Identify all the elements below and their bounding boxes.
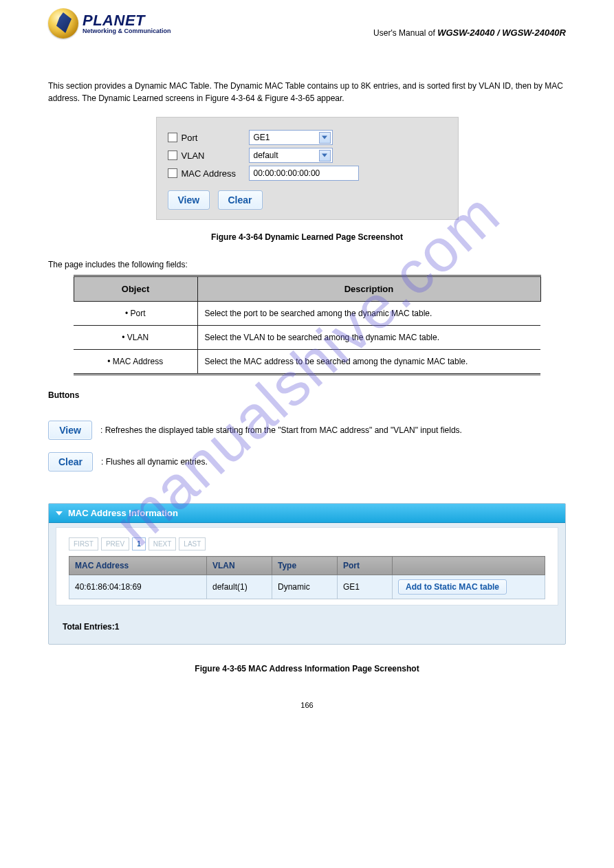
buttons-heading: Buttons <box>48 390 566 400</box>
type-cell: Dynamic <box>272 575 338 599</box>
mac-input-value: 00:00:00:00:00:00 <box>254 168 320 178</box>
pager-first[interactable]: FIRST <box>69 537 98 550</box>
table-row: • VLAN Select the VLAN to be searched am… <box>74 326 540 350</box>
object-col-header: Object <box>74 276 197 302</box>
vlan-checkbox[interactable] <box>168 151 177 160</box>
pager: FIRST PREV 1 NEXT LAST <box>69 537 545 550</box>
chevron-down-icon <box>319 150 331 162</box>
mac-info-header[interactable]: MAC Address Information <box>49 504 565 523</box>
port-checkbox[interactable] <box>168 133 177 142</box>
doc-series-prefix: User's Manual of <box>373 28 435 38</box>
add-to-static-button[interactable]: Add to Static MAC table <box>398 579 507 594</box>
port-cell: GE1 <box>338 575 393 599</box>
view-button-example[interactable]: View <box>48 421 92 440</box>
chevron-down-icon <box>319 132 331 144</box>
vlan-label: VLAN <box>182 151 249 161</box>
desc-cell: Select the MAC address to be searched am… <box>197 350 540 375</box>
type-col-header: Type <box>272 557 338 575</box>
port-col-header: Port <box>338 557 393 575</box>
mac-info-panel: MAC Address Information FIRST PREV 1 NEX… <box>48 503 566 645</box>
brand-name: PLANET <box>83 13 171 28</box>
mac-label: MAC Address <box>182 168 249 179</box>
planet-globe-icon <box>48 8 78 38</box>
object-intro: The page includes the following fields: <box>48 260 566 269</box>
port-label: Port <box>182 133 249 143</box>
desc-cell: Select the port to be searched among the… <box>197 302 540 326</box>
doc-header: User's Manual of WGSW-24040 / WGSW-24040… <box>373 27 566 38</box>
intro-text: This section provides a Dynamic MAC Tabl… <box>48 80 566 104</box>
action-col-header <box>393 557 545 575</box>
table-row: • MAC Address Select the MAC address to … <box>74 350 540 375</box>
description-col-header: Description <box>197 276 540 302</box>
port-select[interactable]: GE1 <box>249 130 333 145</box>
table-row: • Port Select the port to be searched am… <box>74 302 540 326</box>
caret-down-icon <box>56 511 63 515</box>
brand-tagline: Networking & Communication <box>83 28 171 34</box>
figure-caption-2: Figure 4-3-65 MAC Address Information Pa… <box>41 664 573 674</box>
pager-next[interactable]: NEXT <box>149 537 177 550</box>
page-number: 166 <box>41 701 573 709</box>
clear-button-example[interactable]: Clear <box>48 452 93 471</box>
mac-info-title: MAC Address Information <box>68 508 178 518</box>
mac-checkbox[interactable] <box>168 168 177 178</box>
vlan-select[interactable]: default <box>249 148 333 163</box>
vlan-select-value: default <box>254 151 278 160</box>
mac-table: MAC Address VLAN Type Port 40:61:86:04:1… <box>69 556 545 599</box>
table-row: 40:61:86:04:18:69 default(1) Dynamic GE1… <box>69 575 545 599</box>
clear-button[interactable]: Clear <box>218 190 263 210</box>
object-table: Object Description • Port Select the por… <box>74 275 541 375</box>
view-button[interactable]: View <box>168 190 210 210</box>
mac-col-header: MAC Address <box>69 557 207 575</box>
pager-last[interactable]: LAST <box>179 537 206 550</box>
vlan-cell: default(1) <box>207 575 272 599</box>
desc-cell: Select the VLAN to be searched among the… <box>197 326 540 350</box>
figure-caption-1: Figure 4-3-64 Dynamic Learned Page Scree… <box>41 232 573 242</box>
obj-cell: MAC Address <box>113 357 163 366</box>
mac-cell: 40:61:86:04:18:69 <box>69 575 207 599</box>
vlan-col-header: VLAN <box>207 557 272 575</box>
obj-cell: Port <box>131 309 146 318</box>
clear-desc: : Flushes all dynamic entries. <box>101 457 208 467</box>
pager-page-1[interactable]: 1 <box>132 537 146 550</box>
view-desc: : Refreshes the displayed table starting… <box>100 425 462 435</box>
action-cell: Add to Static MAC table <box>393 575 545 599</box>
total-entries: Total Entries:1 <box>63 622 565 632</box>
pager-prev[interactable]: PREV <box>101 537 129 550</box>
doc-model: WGSW-24040 / WGSW-24040R <box>437 27 566 38</box>
filter-panel: Port GE1 VLAN default MAC Address 00: <box>156 117 459 220</box>
port-select-value: GE1 <box>254 133 270 142</box>
obj-cell: VLAN <box>127 333 149 342</box>
mac-input[interactable]: 00:00:00:00:00:00 <box>249 166 359 181</box>
